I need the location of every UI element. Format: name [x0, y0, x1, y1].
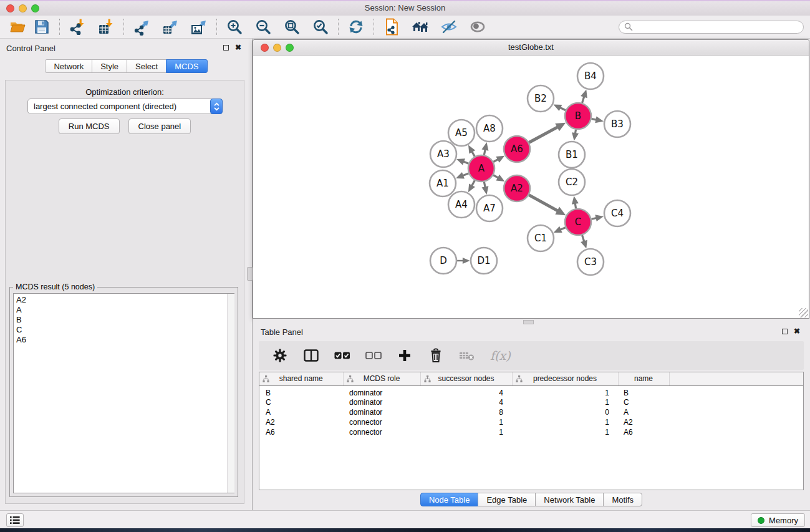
- table-cell[interactable]: B: [618, 385, 669, 397]
- graph-edge-A-A4[interactable]: [472, 180, 475, 186]
- result-item[interactable]: C: [14, 325, 234, 335]
- tab-network[interactable]: Network: [45, 59, 92, 73]
- deselect-all-rows-button[interactable]: [365, 347, 382, 364]
- graph-edge-C-C3[interactable]: [582, 235, 584, 241]
- table-cell[interactable]: C: [259, 397, 343, 407]
- result-item[interactable]: A6: [14, 335, 234, 345]
- maximize-window-button[interactable]: [31, 4, 39, 12]
- graph-edge-A2-C[interactable]: [529, 195, 557, 211]
- create-column-button[interactable]: [397, 347, 413, 364]
- table-cell[interactable]: 1: [512, 427, 618, 437]
- minimize-window-button[interactable]: [19, 4, 27, 12]
- zoom-out-button[interactable]: [254, 17, 272, 36]
- table-cell[interactable]: 0: [512, 407, 618, 417]
- table-cell[interactable]: 1: [420, 427, 512, 437]
- table-row[interactable]: Cdominator41C: [259, 397, 803, 407]
- show-columns-button[interactable]: [303, 347, 319, 364]
- maximize-network-window-button[interactable]: [286, 44, 294, 52]
- table-cell[interactable]: dominator: [343, 385, 420, 397]
- zoom-selected-button[interactable]: [311, 17, 330, 36]
- column-header-predecessor-nodes[interactable]: predecessor nodes: [512, 372, 618, 385]
- tab-select[interactable]: Select: [127, 59, 166, 73]
- table-cell[interactable]: B: [259, 385, 343, 397]
- table-options-button[interactable]: [272, 347, 288, 364]
- refresh-layout-button[interactable]: [347, 17, 365, 36]
- close-window-button[interactable]: [6, 4, 14, 12]
- graph-edge-A-A6[interactable]: [493, 159, 498, 162]
- criterion-select[interactable]: largest connected component (directed): [27, 99, 223, 114]
- float-table-panel-icon[interactable]: [782, 329, 788, 334]
- minimize-network-window-button[interactable]: [273, 44, 281, 52]
- tab-network-table[interactable]: Network Table: [535, 493, 604, 506]
- graph-edge-C-C4[interactable]: [591, 218, 596, 219]
- network-from-file-button[interactable]: [382, 17, 401, 36]
- zoom-fit-button[interactable]: [282, 17, 301, 36]
- graph-edge-A-A7[interactable]: [484, 182, 485, 188]
- delete-column-button[interactable]: [428, 347, 444, 364]
- close-panel-icon[interactable]: ✖: [235, 44, 241, 51]
- mcds-result-list[interactable]: A2ABCA6: [13, 293, 234, 493]
- table-cell[interactable]: 4: [420, 385, 512, 397]
- table-row[interactable]: A6connector11A6: [259, 427, 803, 437]
- tab-motifs[interactable]: Motifs: [603, 493, 642, 506]
- float-panel-icon[interactable]: [223, 45, 229, 51]
- graph-edge-B-B3[interactable]: [592, 118, 597, 120]
- export-image-button[interactable]: [190, 17, 208, 36]
- table-cell[interactable]: A6: [618, 427, 669, 437]
- window-titlebar[interactable]: Session: New Session: [0, 0, 810, 16]
- table-cell[interactable]: connector: [343, 417, 420, 427]
- tab-node-table[interactable]: Node Table: [420, 493, 479, 506]
- table-row[interactable]: A2connector11A2: [259, 417, 803, 427]
- result-item[interactable]: A2: [14, 295, 234, 305]
- table-cell[interactable]: 1: [512, 417, 618, 427]
- close-panel-button[interactable]: Close panel: [128, 118, 191, 134]
- result-item[interactable]: A: [14, 305, 234, 315]
- result-list-scrollbar[interactable]: [227, 294, 234, 493]
- table-cell[interactable]: C: [618, 397, 669, 407]
- search-input[interactable]: [636, 22, 798, 31]
- table-cell[interactable]: A: [618, 407, 669, 417]
- show-graphics-details-button[interactable]: [468, 17, 487, 36]
- function-builder-button[interactable]: f(x): [490, 347, 511, 364]
- export-table-button[interactable]: [161, 17, 180, 36]
- column-header-shared-name[interactable]: shared name: [259, 372, 343, 385]
- table-cell[interactable]: A2: [618, 417, 669, 427]
- table-cell[interactable]: A6: [259, 427, 343, 437]
- tab-style[interactable]: Style: [92, 59, 127, 73]
- graph-edge-A-A2[interactable]: [493, 175, 498, 178]
- close-network-window-button[interactable]: [261, 44, 269, 52]
- home-button[interactable]: [411, 17, 430, 36]
- column-header-successor-nodes[interactable]: successor nodes: [420, 372, 512, 385]
- hide-graphics-details-button[interactable]: [440, 17, 458, 36]
- column-header-mcds-role[interactable]: MCDS role: [343, 372, 420, 385]
- show-tasks-button[interactable]: [6, 513, 24, 527]
- network-window-titlebar[interactable]: testGlobe.txt: [253, 40, 809, 56]
- tab-edge-table[interactable]: Edge Table: [478, 493, 536, 506]
- table-cell[interactable]: 4: [420, 397, 512, 407]
- graph-edge-C-C1[interactable]: [560, 228, 565, 230]
- resize-grip-icon[interactable]: [799, 308, 808, 317]
- graph-edge-B-B4[interactable]: [582, 97, 584, 103]
- graph-edge-A-A8[interactable]: [484, 150, 485, 155]
- graph-edge-C-C2[interactable]: [575, 203, 576, 208]
- graph-edge-A-A1[interactable]: [463, 173, 468, 176]
- zoom-in-button[interactable]: [225, 17, 244, 36]
- open-session-button[interactable]: [8, 17, 27, 36]
- column-header-name[interactable]: name: [618, 372, 669, 385]
- graph-edge-A6-B[interactable]: [529, 127, 557, 143]
- result-item[interactable]: B: [14, 315, 234, 325]
- table-cell[interactable]: A: [259, 407, 343, 417]
- table-cell[interactable]: A2: [259, 417, 343, 427]
- memory-button[interactable]: Memory: [751, 513, 805, 527]
- table-row[interactable]: Bdominator41B: [259, 385, 803, 397]
- select-all-rows-button[interactable]: [334, 347, 350, 364]
- table-cell[interactable]: connector: [343, 427, 420, 437]
- network-graph[interactable]: B4B2BB3A8A5A6A3B1AC2A1A2A4A7C4CC1C3DD1: [253, 56, 809, 317]
- horizontal-splitter-handle[interactable]: [523, 320, 534, 324]
- table-cell[interactable]: 8: [420, 407, 512, 417]
- delete-table-button[interactable]: [459, 347, 475, 364]
- table-row[interactable]: Adominator80A: [259, 407, 803, 417]
- save-session-button[interactable]: [32, 17, 51, 36]
- close-table-panel-icon[interactable]: ✖: [794, 328, 800, 334]
- table-cell[interactable]: 1: [420, 417, 512, 427]
